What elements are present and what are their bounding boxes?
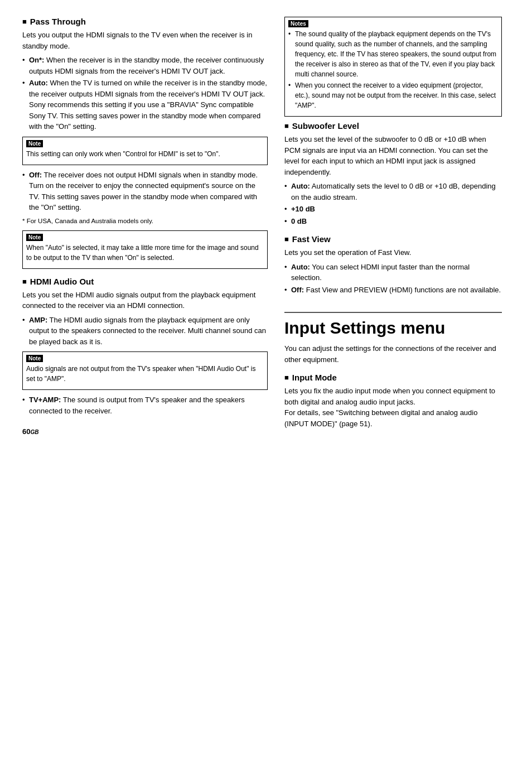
page-number: 60GB (22, 427, 268, 436)
input-settings-block: Input Settings menu You can adjust the s… (284, 312, 502, 365)
tvamp-label: TV+AMP: (29, 396, 61, 404)
input-settings-heading: Input Settings menu (284, 312, 502, 338)
list-item: Off: Fast View and PREVIEW (HDMI) functi… (284, 285, 502, 296)
pass-through-list1: On*: When the receiver is in the standby… (22, 55, 268, 132)
footnote: * For USA, Canada and Australia models o… (22, 216, 268, 226)
note-box-3: Note Audio signals are not output from t… (22, 351, 268, 390)
pass-through-list2: Off: The receiver does not output HDMI s… (22, 170, 268, 213)
hdmi-audio-out-intro: Lets you set the HDMI audio signals outp… (22, 290, 268, 311)
list-item: Auto: You can select HDMI input faster t… (284, 262, 502, 283)
left-column: Pass Through Lets you output the HDMI si… (22, 17, 268, 437)
input-settings-intro: You can adjust the settings for the conn… (284, 343, 502, 365)
fast-view-list: Auto: You can select HDMI input faster t… (284, 262, 502, 296)
pass-through-intro: Lets you output the HDMI signals to the … (22, 30, 268, 51)
list-item: AMP: The HDMI audio signals from the pla… (22, 315, 268, 348)
hdmi-audio-out-list2: TV+AMP: The sound is output from TV's sp… (22, 394, 268, 416)
list-item: When you connect the receiver to a video… (288, 80, 498, 110)
subwoofer-level-title: Subwoofer Level (284, 121, 502, 131)
off-label: Off: (29, 171, 42, 179)
note-label-2: Note (26, 234, 43, 241)
notes-label: Notes (288, 20, 308, 27)
note-text-2: When "Auto" is selected, it may take a l… (26, 243, 264, 263)
input-mode-title: Input Mode (284, 373, 502, 382)
pass-through-title: Pass Through (22, 17, 268, 26)
list-item: Off: The receiver does not output HDMI s… (22, 170, 268, 213)
hdmi-audio-out-title: HDMI Audio Out (22, 277, 268, 286)
list-item: The sound quality of the playback equipm… (288, 29, 498, 79)
list-item: Auto: Automatically sets the level to 0 … (284, 181, 502, 203)
amp-label: AMP: (29, 316, 47, 324)
notes-box: Notes The sound quality of the playback … (284, 17, 502, 117)
hdmi-audio-out-list1: AMP: The HDMI audio signals from the pla… (22, 315, 268, 348)
note-text-1: This setting can only work when "Control… (26, 149, 264, 159)
fv-off-label: Off: (291, 286, 304, 294)
subwoofer-level-section: Subwoofer Level Lets you set the level o… (284, 121, 502, 227)
hdmi-audio-out-section: HDMI Audio Out Lets you set the HDMI aud… (22, 277, 268, 417)
input-mode-section: Input Mode Lets you fix the audio input … (284, 373, 502, 429)
list-item: TV+AMP: The sound is output from TV's sp… (22, 394, 268, 416)
fast-view-section: Fast View Lets you set the operation of … (284, 234, 502, 295)
right-column: Notes The sound quality of the playback … (284, 17, 502, 437)
auto-label: Auto: (29, 79, 48, 87)
note-box-2: Note When "Auto" is selected, it may tak… (22, 230, 268, 269)
list-item: 0 dB (284, 216, 502, 227)
note-label-3: Note (26, 355, 43, 362)
notes-list: The sound quality of the playback equipm… (288, 29, 498, 110)
subwoofer-level-list: Auto: Automatically sets the level to 0 … (284, 181, 502, 227)
zerodb-label: 0 dB (291, 217, 307, 225)
note-text-3: Audio signals are not output from the TV… (26, 364, 264, 384)
list-item: +10 dB (284, 204, 502, 215)
pass-through-section: Pass Through Lets you output the HDMI si… (22, 17, 268, 269)
plus10db-label: +10 dB (291, 205, 315, 213)
fv-auto-label: Auto: (291, 263, 310, 271)
on-label: On*: (29, 56, 44, 64)
note-label-1: Note (26, 140, 43, 147)
subwoofer-level-intro: Lets you set the level of the subwoofer … (284, 134, 502, 177)
list-item: Auto: When the TV is turned on while the… (22, 78, 268, 132)
list-item: On*: When the receiver is in the standby… (22, 55, 268, 76)
input-mode-text: Lets you fix the audio input mode when y… (284, 386, 502, 429)
sub-auto-label: Auto: (291, 182, 310, 190)
fast-view-intro: Lets you set the operation of Fast View. (284, 247, 502, 258)
fast-view-title: Fast View (284, 234, 502, 244)
note-box-1: Note This setting can only work when "Co… (22, 137, 268, 165)
